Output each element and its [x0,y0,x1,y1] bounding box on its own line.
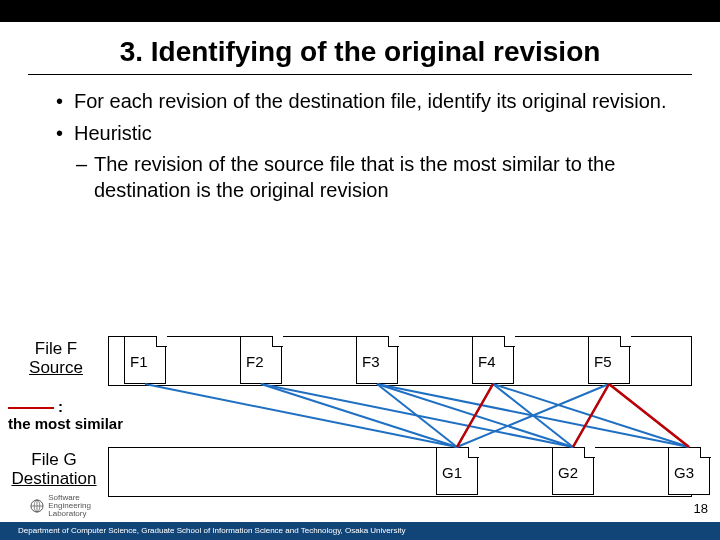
logo-line3: Laboratory [48,509,86,518]
svg-line-14 [609,384,689,447]
top-black-bar [0,0,720,22]
svg-line-5 [261,384,573,447]
svg-line-0 [145,384,457,447]
page-number: 18 [694,501,708,516]
edge-lines [0,326,720,511]
bullet-list: For each revision of the destination fil… [56,89,680,203]
svg-line-13 [573,384,609,447]
lab-logo: Software Engineering Laboratory [30,494,91,518]
title-underline [28,74,692,75]
footer-bar: Department of Computer Science, Graduate… [0,522,720,540]
slide-title: 3. Identifying of the original revision [0,36,720,68]
globe-icon [30,499,44,513]
svg-line-12 [457,384,493,447]
svg-line-9 [377,384,689,447]
bullet-2: Heuristic [56,121,680,147]
revision-diagram: File F Source F1 F2 F3 F4 F5 : the most … [0,326,720,511]
footer-text: Department of Computer Science, Graduate… [18,526,405,535]
bullet-2-sub: The revision of the source file that is … [56,152,680,203]
bullet-1: For each revision of the destination fil… [56,89,680,115]
